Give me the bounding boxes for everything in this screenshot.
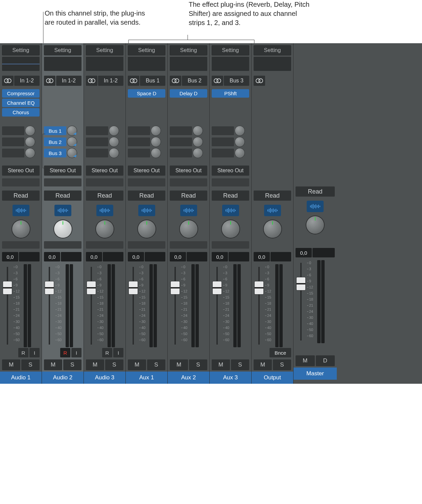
gain-value[interactable]: 0,0	[170, 252, 186, 261]
fader-cap[interactable]	[170, 281, 180, 295]
waveform-icon[interactable]	[54, 205, 71, 216]
send-slot[interactable]	[212, 137, 234, 146]
group-slot[interactable]	[212, 178, 249, 186]
eq-thumbnail[interactable]	[128, 57, 165, 71]
send-slot[interactable]	[2, 149, 24, 157]
eq-thumbnail[interactable]	[2, 57, 40, 71]
channel-strip[interactable]: SettingRead0,00369121518212430405060Bnce…	[252, 43, 294, 384]
plugin-slot[interactable]: PShft	[212, 89, 249, 98]
fader-cap[interactable]	[45, 281, 54, 295]
send-knob[interactable]	[25, 126, 35, 136]
group-slot[interactable]	[170, 178, 207, 186]
peak-readout[interactable]	[61, 252, 81, 261]
peak-readout[interactable]	[145, 252, 165, 261]
solo-button[interactable]: S	[63, 359, 81, 370]
input-label[interactable]: Bus 2	[182, 76, 207, 86]
setting-button[interactable]: Setting	[170, 45, 207, 55]
peak-readout[interactable]	[312, 248, 335, 257]
waveform-icon[interactable]	[307, 201, 324, 212]
send-knob[interactable]	[109, 126, 119, 136]
waveform-icon[interactable]	[96, 205, 113, 216]
stereo-icon[interactable]	[44, 76, 55, 86]
eq-thumbnail[interactable]	[44, 57, 81, 71]
mute-button[interactable]: M	[212, 359, 230, 370]
channel-strip[interactable]: SettingBus 2Delay DStereo OutRead0,00369…	[168, 43, 210, 384]
send-slot[interactable]	[170, 137, 192, 146]
vca-slot[interactable]	[86, 241, 123, 249]
channel-name[interactable]: Aux 1	[126, 372, 167, 384]
mute-button[interactable]: M	[44, 359, 62, 370]
mute-button[interactable]: M	[128, 359, 146, 370]
automation-mode[interactable]: Read	[86, 191, 123, 201]
send-slot[interactable]	[86, 137, 108, 146]
record-enable-button[interactable]: R	[102, 348, 112, 357]
mute-button[interactable]: M	[254, 359, 272, 370]
mute-button[interactable]: M	[296, 355, 315, 366]
input-label[interactable]: In 1-2	[14, 76, 40, 86]
channel-strip[interactable]: SettingIn 1-2CompressorChannel EQChorusS…	[0, 43, 42, 384]
automation-mode[interactable]: Read	[212, 191, 249, 201]
setting-button[interactable]: Setting	[128, 45, 165, 55]
gain-value[interactable]: 0,0	[2, 252, 18, 261]
channel-strip[interactable]: Read0,00369121518212430405060MDMaster	[294, 43, 337, 384]
waveform-icon[interactable]	[222, 205, 239, 216]
vca-slot[interactable]	[170, 241, 207, 249]
peak-readout[interactable]	[103, 252, 123, 261]
output-slot[interactable]: Stereo Out	[86, 166, 123, 176]
send-knob[interactable]	[25, 148, 35, 158]
plugin-slot[interactable]: Channel EQ	[2, 99, 40, 107]
input-monitor-button[interactable]: I	[71, 348, 81, 357]
channel-name[interactable]: Output	[252, 372, 293, 384]
setting-button[interactable]: Setting	[254, 45, 291, 55]
waveform-icon[interactable]	[180, 205, 197, 216]
automation-mode[interactable]: Read	[128, 191, 165, 201]
input-label[interactable]: Bus 1	[140, 76, 165, 86]
stereo-icon[interactable]	[2, 76, 14, 86]
output-slot[interactable]: Stereo Out	[212, 166, 249, 176]
send-knob[interactable]	[151, 137, 161, 147]
send-slot[interactable]	[170, 149, 192, 157]
send-slot[interactable]	[2, 126, 24, 135]
eq-thumbnail[interactable]	[254, 57, 291, 71]
send-knob[interactable]	[109, 148, 119, 158]
waveform-icon[interactable]	[264, 205, 281, 216]
pan-knob[interactable]	[264, 220, 281, 238]
gain-value[interactable]: 0,0	[86, 252, 102, 261]
send-slot[interactable]: Bus 2	[44, 137, 66, 146]
peak-readout[interactable]	[229, 252, 249, 261]
fader-cap[interactable]	[212, 281, 222, 295]
pan-knob[interactable]	[222, 220, 239, 238]
send-knob[interactable]	[193, 126, 203, 136]
group-slot[interactable]	[86, 178, 123, 186]
eq-thumbnail[interactable]	[212, 57, 249, 71]
fader-cap[interactable]	[296, 277, 306, 291]
stereo-icon[interactable]	[128, 76, 139, 86]
pan-knob[interactable]	[306, 216, 324, 234]
pan-knob[interactable]	[138, 220, 156, 238]
channel-name[interactable]: Audio 2	[42, 372, 84, 384]
gain-value[interactable]: 0,0	[254, 252, 270, 261]
peak-readout[interactable]	[271, 252, 291, 261]
send-slot[interactable]	[170, 126, 192, 135]
send-knob[interactable]	[235, 137, 245, 147]
peak-readout[interactable]	[19, 252, 40, 261]
automation-mode[interactable]: Read	[296, 186, 335, 197]
record-enable-button[interactable]: R	[18, 348, 28, 357]
fader-cap[interactable]	[87, 281, 96, 295]
group-slot[interactable]	[128, 178, 165, 186]
group-slot[interactable]	[44, 178, 81, 186]
automation-mode[interactable]: Read	[254, 191, 291, 201]
solo-button[interactable]: S	[21, 359, 40, 370]
pan-knob[interactable]	[54, 220, 72, 238]
send-knob[interactable]	[67, 126, 77, 136]
solo-button[interactable]: S	[231, 359, 249, 370]
dim-button[interactable]: D	[316, 355, 335, 366]
plugin-slot[interactable]: Space D	[128, 89, 165, 98]
send-knob[interactable]	[109, 137, 119, 147]
input-label[interactable]: In 1-2	[98, 76, 123, 86]
output-slot[interactable]: Stereo Out	[2, 166, 40, 176]
mute-button[interactable]: M	[2, 359, 20, 370]
plugin-slot[interactable]: Chorus	[2, 108, 40, 117]
send-slot[interactable]	[212, 126, 234, 135]
send-slot[interactable]	[128, 149, 150, 157]
